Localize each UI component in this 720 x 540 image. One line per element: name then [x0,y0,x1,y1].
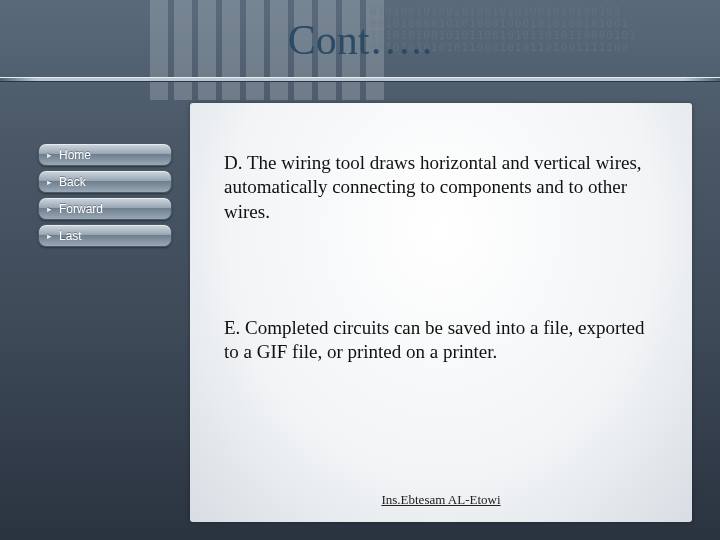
paragraph-d: D. The wiring tool draws horizontal and … [224,151,654,224]
nav-label: Last [59,229,82,243]
page-title: Cont….. [288,16,433,64]
nav-label: Home [59,148,91,162]
nav-forward-button[interactable]: Forward [38,197,172,220]
sidebar-nav: Home Back Forward Last [0,95,190,540]
nav-home-button[interactable]: Home [38,143,172,166]
nav-back-button[interactable]: Back [38,170,172,193]
nav-label: Forward [59,202,103,216]
main-area: Home Back Forward Last D. The wiring too… [0,95,720,540]
content-panel: D. The wiring tool draws horizontal and … [190,103,692,522]
slide-header: Cont….. [0,0,720,80]
nav-last-button[interactable]: Last [38,224,172,247]
header-divider [0,78,720,81]
paragraph-e: E. Completed circuits can be saved into … [224,316,654,365]
footer-author: Ins.Ebtesam AL-Etowi [190,492,692,508]
nav-label: Back [59,175,86,189]
